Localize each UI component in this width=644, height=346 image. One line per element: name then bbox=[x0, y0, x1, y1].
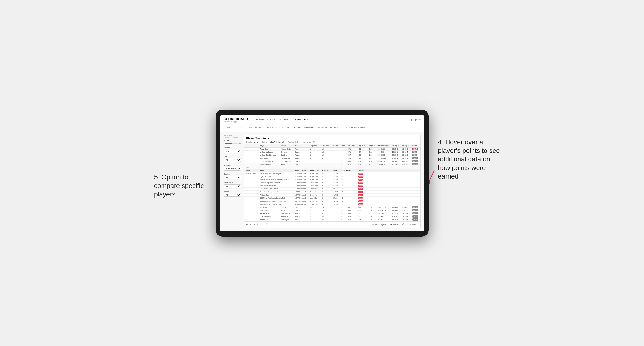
region-select[interactable]: N/A bbox=[224, 176, 241, 179]
col-school: School bbox=[280, 144, 294, 148]
col-no-rds: No Rds. bbox=[332, 144, 340, 148]
col-conf-rank: Conf Rank bbox=[321, 144, 332, 148]
school-1: Arizona State bbox=[280, 147, 294, 151]
toolbar-clock[interactable]: 🕐 bbox=[266, 223, 268, 226]
annotation-bottom-left: 5. Option to compare specific players bbox=[154, 173, 208, 199]
eye-icon: 👁 bbox=[372, 223, 374, 226]
vs50-1: 17-23-0 bbox=[401, 147, 412, 151]
toolbar-more[interactable]: ··· bbox=[262, 223, 264, 226]
sign-out-link[interactable]: Sign out bbox=[412, 119, 420, 121]
points-1[interactable]: 88.27 bbox=[412, 147, 420, 151]
app-header: SCOREBOARD Powered by clippi TOURNAMENTS… bbox=[220, 115, 424, 125]
player-name-1: Wenyi Ding bbox=[259, 147, 280, 151]
table-row: 22Ian GilliganFloridaThird 102410 68.7-0… bbox=[244, 206, 420, 209]
event-row: Fallen Oak Collegiate Invitational NCAA … bbox=[244, 190, 420, 193]
reg-rank-1: 1 bbox=[309, 147, 321, 151]
col-adj-score: Adj. Score bbox=[347, 144, 357, 148]
division-select[interactable]: NCAA Division I bbox=[224, 167, 241, 171]
share-label: Share bbox=[412, 223, 416, 226]
vs25-1: 29-15-0 bbox=[391, 147, 401, 151]
watch-label: Watch bbox=[393, 223, 398, 226]
watch-icon: ◉ bbox=[390, 223, 392, 226]
year-select[interactable]: (All) bbox=[224, 158, 241, 162]
conference-label: Conference bbox=[224, 182, 241, 184]
division-label: Division bbox=[224, 164, 241, 166]
col-wins: Wins bbox=[340, 144, 347, 148]
wins-1: 1 bbox=[340, 147, 347, 151]
col-overall: Overall Record bbox=[376, 144, 391, 148]
table-row: 2Michael La SassoOle MissSecond 11800 67… bbox=[244, 151, 420, 154]
logo-sub: Powered by clippi bbox=[224, 121, 248, 122]
nav-committee[interactable]: COMMITTEE bbox=[294, 118, 309, 121]
table-panel: Player Standings Gender: Men Division: N… bbox=[244, 135, 420, 228]
logo-area: SCOREBOARD Powered by clippi bbox=[224, 117, 248, 122]
standings-title: Player Standings bbox=[246, 137, 418, 140]
filter-region: Region N/A bbox=[224, 173, 241, 179]
col-avg-to-par: Avg to-Par bbox=[357, 144, 368, 148]
player-select[interactable]: (All) bbox=[224, 193, 241, 197]
toolbar-copy[interactable]: ⧉ bbox=[257, 223, 258, 226]
event-row: The Cypress Point Classic NCAA Division … bbox=[244, 187, 420, 190]
main-content: Update time: 27/01/2024 16:56:26 No Rds.… bbox=[220, 132, 424, 231]
player-label: Player bbox=[224, 190, 241, 192]
table-row: 5Christo LamprechtGeorgia TechFourth 221… bbox=[244, 160, 420, 163]
table-row: 23Jack LundinMissouriFourth 112400 68.5-… bbox=[244, 209, 420, 212]
year-label: Year bbox=[224, 156, 241, 158]
table-header-row: # Player School Yr Reg Rank Conf Rank No… bbox=[244, 144, 420, 148]
event-row: SEC Match Play hosted by Jerry Pate NCAA… bbox=[244, 196, 420, 199]
standings-header: Player Standings Gender: Men Division: N… bbox=[244, 135, 420, 144]
sub-nav-team-h2h-heatmap[interactable]: TEAM H2H HEATMAP bbox=[267, 126, 290, 130]
conference-filter-label: Conference: bbox=[301, 141, 312, 143]
avg-sg-1: 3.07 bbox=[368, 147, 376, 151]
view-original-label: View: Original bbox=[374, 223, 386, 226]
sub-nav-team-h2h-grid[interactable]: TEAM H2H GRID bbox=[246, 126, 263, 130]
event-detail-header: Player Event Event Division Event Type R… bbox=[244, 169, 420, 172]
no-rds-slider[interactable] bbox=[225, 143, 238, 144]
nav-tournaments[interactable]: TOURNAMENTS bbox=[256, 118, 275, 121]
col-vs25: Vs Top 25 bbox=[391, 144, 401, 148]
share-btn[interactable]: ↗ Share bbox=[408, 223, 418, 226]
toolbar-undo[interactable]: ↩ bbox=[246, 223, 248, 226]
update-time: Update time: 27/01/2024 16:56:26 bbox=[224, 135, 241, 138]
standings-filters: Gender: Men Division: NCAA Division I Re… bbox=[246, 141, 418, 143]
rank-1: 1 bbox=[244, 147, 259, 151]
main-nav: TOURNAMENTS TEAMS COMMITTEE bbox=[256, 118, 405, 121]
region-filter-label: Region: bbox=[288, 141, 294, 143]
sub-nav-team-summary[interactable]: TEAM SUMMARY bbox=[224, 126, 242, 130]
sub-nav-player-summary[interactable]: PLAYER SUMMARY bbox=[294, 126, 314, 130]
tablet-device: SCOREBOARD Powered by clippi TOURNAMENTS… bbox=[216, 110, 428, 237]
filter-gender: Gender Men bbox=[224, 147, 241, 153]
share-icon: ↗ bbox=[409, 223, 411, 226]
table-row: 26Petr HrubyWashingtonFifth 72300 68.6-1… bbox=[244, 218, 420, 221]
standings-table: # Player School Yr Reg Rank Conf Rank No… bbox=[244, 144, 420, 221]
yr-1: First bbox=[294, 147, 309, 151]
toolbar-settings[interactable]: ⚙ bbox=[253, 223, 255, 226]
no-rds-min: 4 bbox=[224, 143, 225, 144]
event-row: SEC Stroke Play hosted by Jerry Pate NCA… bbox=[244, 199, 420, 203]
region-filter-value: All bbox=[295, 141, 298, 143]
tablet-screen: SCOREBOARD Powered by clippi TOURNAMENTS… bbox=[220, 115, 424, 231]
filter-player: Player (All) bbox=[224, 190, 241, 197]
col-rank: # bbox=[244, 144, 259, 148]
conference-filter-value: All bbox=[313, 141, 315, 143]
svg-line-0 bbox=[428, 170, 434, 183]
event-row: Jackson Kohon UNCW Seahawk Intercollegia… bbox=[244, 172, 420, 175]
col-points: Points bbox=[412, 144, 420, 148]
sub-nav-player-h2h-grid[interactable]: PLAYER H2H GRID bbox=[318, 126, 338, 130]
toolbar-redo[interactable]: ↪ bbox=[250, 223, 252, 226]
conf-rank-1: 15 bbox=[321, 147, 332, 151]
toolbar-separator: · bbox=[260, 223, 261, 226]
gender-select[interactable]: Men bbox=[224, 150, 241, 153]
col-player: Player bbox=[259, 144, 280, 148]
conference-select[interactable]: (All) bbox=[224, 184, 241, 188]
comment-btn[interactable]: 💬 bbox=[401, 223, 406, 226]
division-filter-value: NCAA Division I bbox=[270, 141, 284, 143]
nav-teams[interactable]: TEAMS bbox=[280, 118, 289, 121]
view-original-btn[interactable]: 👁 View: Original bbox=[370, 223, 387, 226]
watch-btn[interactable]: ◉ Watch bbox=[389, 223, 399, 226]
event-row: Williams Cup NCAA Division I Stroke Play… bbox=[244, 193, 420, 196]
header-divider: | bbox=[411, 119, 412, 121]
sub-nav-player-h2h-heatmap[interactable]: PLAYER H2H HEATMAP bbox=[342, 126, 367, 130]
table-row: 3Michael ThorbjornsenStanfordFourth 1140… bbox=[244, 154, 420, 157]
event-row: Wake Forest Invitational at Pinehurst No… bbox=[244, 178, 420, 181]
